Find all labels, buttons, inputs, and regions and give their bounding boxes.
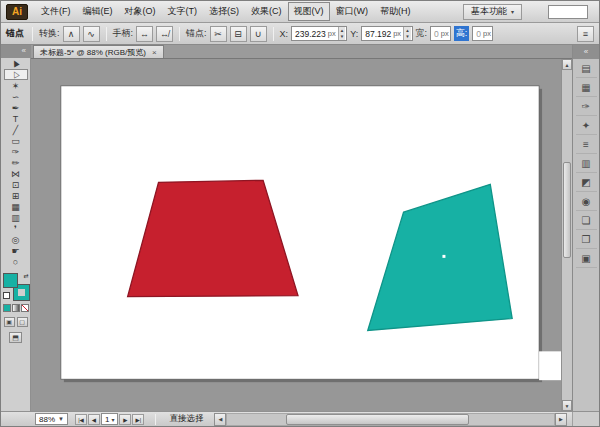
color-panel-icon[interactable]: ▤ [576,59,597,78]
convert-label: 转换: [39,27,60,40]
menu-window[interactable]: 窗口(W) [330,2,375,21]
artboard-number-combo[interactable]: 1 ▾ [101,413,118,425]
document-tab[interactable]: 未标题-5* @ 88% (RGB/预览) × [33,45,164,58]
menu-bar: Ai 文件(F)编辑(E)对象(O)文字(T)选择(S)效果(C)视图(V)窗口… [1,1,599,23]
gradient-panel-icon[interactable]: ▥ [576,154,597,173]
draw-behind-button[interactable]: ▢ [17,317,28,327]
divider [179,27,180,41]
stroke-panel-icon[interactable]: ≡ [576,135,597,154]
none-button[interactable] [21,304,29,312]
type-tool[interactable]: T [4,113,28,124]
delete-anchor-button[interactable]: ⊟ [230,26,247,42]
vertical-scrollbar[interactable]: ▲ ▼ [561,59,572,411]
pencil-tool[interactable]: ✏ [4,157,28,168]
next-artboard-button[interactable]: ▶ [119,414,131,425]
scroll-right-button[interactable]: ▶ [555,413,567,426]
rectangle-tool[interactable]: ▭ [4,135,28,146]
screen-mode-button[interactable]: ⬒ [9,332,22,343]
appearance-panel-icon[interactable]: ◉ [576,192,597,211]
toolbar-collapse-button[interactable]: « [1,45,30,58]
x-label: X: [280,29,289,39]
menu-select[interactable]: 选择(S) [203,2,245,21]
control-bar: 锚点 转换: ∧ ∿ 手柄: ↔ ↮ 锚点: ✂ ⊟ ∪ X: 239.223 … [1,23,599,45]
scroll-left-button[interactable]: ◀ [214,413,226,426]
gradient-tool[interactable]: ▥ [4,212,28,223]
blend-tool[interactable]: ◎ [4,234,28,245]
paintbrush-tool[interactable]: ✑ [4,146,28,157]
free-transform-tool[interactable]: ⊡ [4,179,28,190]
scroll-down-button[interactable]: ▼ [562,400,572,411]
swap-fill-stroke-icon[interactable]: ⇄ [23,273,28,279]
dock-collapse-button[interactable]: « [573,45,599,59]
drawing-mode-buttons: ▣ ▢ [4,317,28,327]
hand-tool[interactable]: ☛ [4,245,28,256]
color-button[interactable] [3,304,11,312]
width-value-field[interactable]: 0 px [430,26,451,41]
convert-to-corner-button[interactable]: ∧ [63,26,80,42]
connect-anchor-button[interactable]: ∪ [250,26,267,42]
eyedropper-tool[interactable]: ❜ [4,223,28,234]
convert-to-smooth-button[interactable]: ∿ [83,26,100,42]
menu-file[interactable]: 文件(F) [35,2,77,21]
x-spinner[interactable]: ▲▼ [338,27,345,40]
y-value-field[interactable]: 87.192 px ▲▼ [361,26,412,41]
zoom-tool[interactable]: ○ [4,256,28,267]
gradient-button[interactable] [12,304,20,312]
selection-tool[interactable]: ▶ [4,58,28,69]
vertical-scroll-track[interactable] [562,70,572,400]
canvas[interactable] [31,59,561,411]
brushes-panel-icon[interactable]: ✑ [576,97,597,116]
search-input[interactable] [548,5,588,19]
close-icon[interactable]: × [152,48,157,57]
first-artboard-button[interactable]: |◀ [75,414,87,425]
zoom-combo[interactable]: 88% ▼ [35,413,68,425]
canvas-svg[interactable] [31,59,561,411]
menu-edit[interactable]: 编辑(E) [77,2,119,21]
last-artboard-button[interactable]: ▶| [132,414,144,425]
scroll-up-button[interactable]: ▲ [562,59,572,70]
pen-tool-icon: ✒ [12,103,20,113]
mesh-tool[interactable]: ▦ [4,201,28,212]
artboards-panel-icon[interactable]: ▣ [576,249,597,268]
menu-effect[interactable]: 效果(C) [245,2,288,21]
horizontal-scroll-thumb[interactable] [286,414,469,425]
x-value-field[interactable]: 239.223 px ▲▼ [291,26,347,41]
direct-selection-tool[interactable]: ▷ [4,69,28,80]
line-segment-tool[interactable]: ╱ [4,124,28,135]
line-segment-tool-icon: ╱ [13,125,18,135]
y-spinner[interactable]: ▲▼ [403,27,410,40]
hide-handles-button[interactable]: ↮ [156,26,173,42]
illustrator-window: Ai 文件(F)编辑(E)对象(O)文字(T)选择(S)效果(C)视图(V)窗口… [0,0,600,427]
swatches-panel-icon[interactable]: ▦ [576,78,597,97]
horizontal-scrollbar[interactable]: ◀ ▶ [214,413,567,426]
previous-artboard-button[interactable]: ◀ [88,414,100,425]
cut-path-button[interactable]: ✂ [210,26,227,42]
lasso-tool[interactable]: ∽ [4,91,28,102]
draw-normal-button[interactable]: ▣ [4,317,15,327]
menu-type[interactable]: 文字(T) [162,2,204,21]
magic-wand-tool[interactable]: ✶ [4,80,28,91]
document-area: 未标题-5* @ 88% (RGB/预览) × ▲ ▼ [31,45,572,411]
zoom-value: 88% [39,415,55,424]
selected-anchor-point[interactable] [442,255,445,258]
height-value-field[interactable]: 0 px [472,26,493,41]
shape-builder-tool[interactable]: ⊞ [4,190,28,201]
graphic-styles-panel-icon[interactable]: ❏ [576,211,597,230]
transparency-panel-icon[interactable]: ◩ [576,173,597,192]
horizontal-scroll-track[interactable] [226,413,555,426]
fill-swatch[interactable] [3,273,18,288]
paintbrush-tool-icon: ✑ [12,147,20,157]
control-panel-menu-button[interactable]: ≡ [577,26,594,42]
vertical-scroll-thumb[interactable] [563,162,571,258]
layers-panel-icon[interactable]: ❐ [576,230,597,249]
menu-object[interactable]: 对象(O) [119,2,162,21]
workspace-switcher[interactable]: 基本功能 ▾ [463,4,522,20]
shape-builder-tool-icon: ⊞ [12,191,20,201]
symbols-panel-icon[interactable]: ✦ [576,116,597,135]
default-fill-stroke-icon[interactable] [3,292,10,299]
menu-help[interactable]: 帮助(H) [374,2,417,21]
show-handles-button[interactable]: ↔ [136,26,153,42]
pen-tool[interactable]: ✒ [4,102,28,113]
menu-view[interactable]: 视图(V) [288,2,330,21]
width-tool[interactable]: ⋈ [4,168,28,179]
